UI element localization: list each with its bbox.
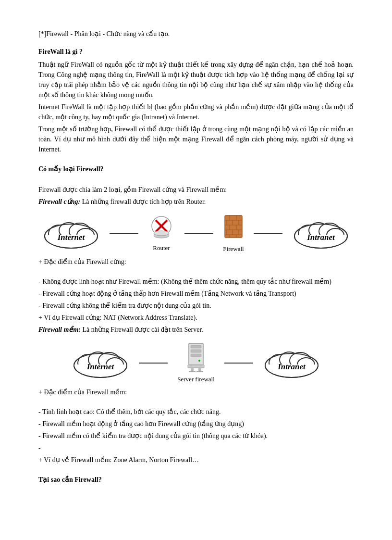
- feature-hard-2: - Firewall cứng hoạt động ở tầng thấp hơ…: [38, 289, 354, 299]
- svg-point-13: [154, 231, 169, 236]
- section1-para1: Thuật ngữ FireWall có nguồn gốc từ một k…: [38, 60, 354, 100]
- feature-soft-2: - Firewall mềm hoạt động ở tầng cao hơn …: [38, 419, 354, 429]
- firewall-label: Firewall: [223, 245, 244, 253]
- soft-firewall-label: Firewall mềm:: [38, 326, 81, 333]
- diagram1-container: Internet Router: [38, 214, 354, 253]
- section1-para3: Trong một số trường hợp, Firewall có thể…: [38, 124, 354, 154]
- svg-rect-52: [188, 365, 204, 368]
- internet-cloud-2: Internet: [72, 346, 129, 380]
- intranet-cloud: Intranet: [292, 217, 350, 251]
- router-label: Router: [153, 244, 170, 252]
- svg-rect-55: [189, 371, 196, 372]
- connector-right: [254, 233, 282, 234]
- server-icon: [184, 342, 208, 374]
- feature-hard-1: - Không được linh hoạt như Firewall mềm:…: [38, 276, 354, 287]
- section2-hard-label-line: Firewall cứng: Là những firewall được tí…: [38, 197, 354, 207]
- svg-point-51: [198, 360, 200, 362]
- feature-soft-1: - Tính linh hoạt cao: Có thể thêm, bớt c…: [38, 407, 354, 417]
- connector-left-2: [139, 363, 168, 364]
- connector-left: [110, 233, 138, 234]
- feature-soft-heading: + Đặc điểm của Firewall mềm:: [38, 387, 354, 397]
- svg-text:Internet: Internet: [86, 362, 115, 371]
- svg-rect-14: [225, 215, 242, 238]
- router-device: Router: [148, 215, 175, 252]
- section3-heading: Tại sao cần Firewall?: [38, 475, 354, 485]
- svg-text:Intranet: Intranet: [277, 362, 306, 371]
- svg-rect-49: [191, 350, 201, 352]
- server-device: Server firewall: [177, 342, 215, 383]
- diagram2-container: Internet Server firewall: [38, 342, 354, 383]
- connector-mid: [184, 233, 213, 234]
- hard-firewall-label: Firewall cứng:: [38, 198, 80, 205]
- firewall-icon: [223, 214, 244, 243]
- hard-firewall-text: Là những firewall được tích hợp trên Rou…: [80, 198, 206, 205]
- example-soft: + Ví dụ về Firewall mềm: Zone Alarm, Nor…: [38, 455, 354, 465]
- feature-soft-4: -: [38, 443, 354, 453]
- section2-soft-label-line: Firewall mềm: Là những Firewall được cài…: [38, 325, 354, 335]
- intranet-cloud-2: Intranet: [263, 346, 320, 380]
- svg-text:Intranet: Intranet: [306, 233, 335, 242]
- section1-para2: Internet FireWall là một tập hợp thiết b…: [38, 102, 354, 122]
- section2-heading: Có mấy loại Firewall?: [38, 164, 354, 174]
- connector-right-2: [224, 363, 253, 364]
- feature-soft-3: - Firewall mềm có thể kiểm tra được nội …: [38, 431, 354, 441]
- svg-rect-56: [196, 371, 203, 372]
- example-hard: + Ví dụ Firewall cứng: NAT (Network Addr…: [38, 313, 354, 323]
- internet-cloud: Internet: [42, 217, 100, 251]
- svg-rect-50: [191, 354, 201, 357]
- section2-intro: Firewall được chia làm 2 loại, gồm Firew…: [38, 185, 354, 195]
- svg-rect-48: [191, 345, 201, 348]
- feature-hard-3: - Firewall cứng không thể kiểm tra được …: [38, 301, 354, 311]
- server-label: Server firewall: [177, 376, 215, 383]
- router-icon: [148, 215, 175, 242]
- firewall-device: Firewall: [223, 214, 244, 253]
- page-title: [*]Firewall - Phân loại - Chức năng và c…: [38, 29, 354, 39]
- svg-text:Internet: Internet: [57, 233, 86, 242]
- soft-firewall-text: Là những Firewall được cài đặt trên Serv…: [81, 326, 203, 333]
- feature-hard-heading: + Đặc điểm của Firewall cứng:: [38, 257, 354, 267]
- section1-heading: FireWall là gì ?: [38, 47, 354, 57]
